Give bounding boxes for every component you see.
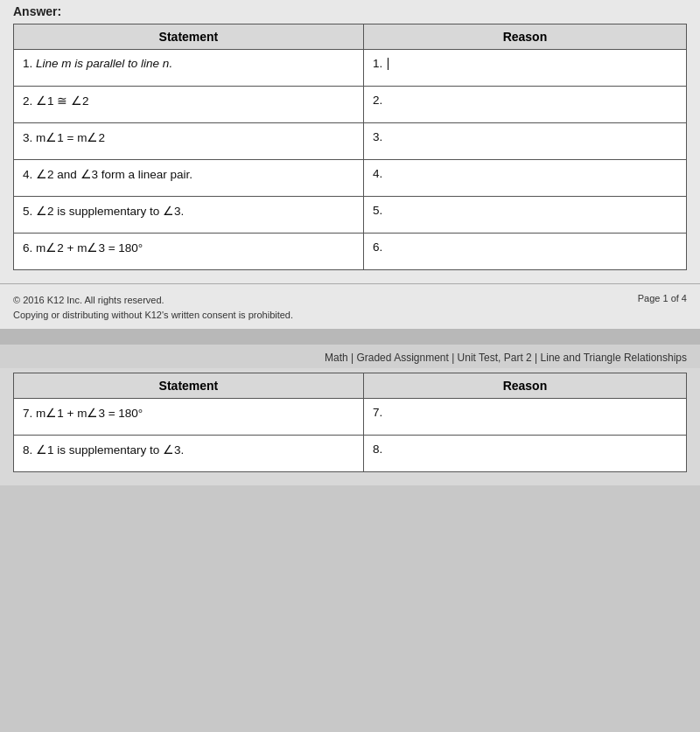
statement-cell-3: 3. m∠1 = m∠2 — [14, 123, 364, 160]
row-num: 5. ∠2 is supplementary to ∠3. — [23, 205, 184, 218]
row-num: 8. ∠1 is supplementary to ∠3. — [23, 443, 184, 457]
reason-num: 3. — [373, 130, 382, 143]
table-row: 8. ∠1 is supplementary to ∠3. 8. — [14, 436, 687, 472]
page2-header-text: Math | Graded Assignment | Unit Test, Pa… — [325, 352, 687, 364]
table-row: 7. m∠1 + m∠3 = 180° 7. — [14, 399, 687, 436]
statement-cell-8: 8. ∠1 is supplementary to ∠3. — [14, 436, 364, 472]
row-num: 7. m∠1 + m∠3 = 180° — [23, 407, 143, 420]
statement-cell-2: 2. ∠1 ≅ ∠2 — [14, 87, 364, 123]
table-row: 2. ∠1 ≅ ∠2 2. — [14, 87, 687, 123]
statement-cell-1: 1. Line m is parallel to line n. — [14, 50, 364, 87]
table-row: 4. ∠2 and ∠3 form a linear pair. 4. — [14, 160, 687, 197]
page-gap — [0, 329, 700, 345]
proof-table-2: Statement Reason 7. m∠1 + m∠3 = 180° 7. … — [13, 373, 687, 472]
footer-copyright: © 2016 K12 Inc. All rights reserved. — [13, 293, 293, 308]
row-num: 4. ∠2 and ∠3 form a linear pair. — [23, 168, 192, 181]
reason-num: 4. — [373, 167, 382, 180]
reason-cell-4: 4. — [363, 160, 686, 197]
footer-page-num: Page 1 of 4 — [638, 293, 687, 303]
reason-cell-6: 6. — [363, 234, 686, 270]
statement-text: Line m is parallel to line n. — [36, 57, 172, 70]
table-row: 3. m∠1 = m∠2 3. — [14, 123, 687, 160]
cursor-indicator — [388, 58, 388, 70]
statement-cell-4: 4. ∠2 and ∠3 form a linear pair. — [14, 160, 364, 197]
row-num: 6. m∠2 + m∠3 = 180° — [23, 241, 143, 254]
reason-num: 1. — [373, 57, 386, 70]
table-row: 6. m∠2 + m∠3 = 180° 6. — [14, 234, 687, 270]
footer-left: © 2016 K12 Inc. All rights reserved. Cop… — [13, 293, 293, 322]
reason-cell-1: 1. — [363, 50, 686, 87]
page2-header: Math | Graded Assignment | Unit Test, Pa… — [0, 345, 700, 368]
page2-section: Statement Reason 7. m∠1 + m∠3 = 180° 7. … — [0, 368, 700, 485]
page1-footer: © 2016 K12 Inc. All rights reserved. Cop… — [0, 283, 700, 329]
table-row: 5. ∠2 is supplementary to ∠3. 5. — [14, 197, 687, 234]
answer-label: Answer: — [13, 4, 687, 18]
reason-num: 7. — [373, 406, 382, 419]
page1-section: Answer: Statement Reason 1. Line m is pa… — [0, 0, 700, 283]
reason-cell-3: 3. — [363, 123, 686, 160]
row-num: 1. — [23, 57, 36, 70]
reason-num: 6. — [373, 241, 382, 254]
statement-cell-7: 7. m∠1 + m∠3 = 180° — [14, 399, 364, 436]
reason-cell-2: 2. — [363, 87, 686, 123]
col-header-reason: Reason — [363, 24, 686, 50]
table-row: 1. Line m is parallel to line n. 1. — [14, 50, 687, 87]
reason-num: 8. — [373, 443, 382, 456]
statement-cell-5: 5. ∠2 is supplementary to ∠3. — [14, 197, 364, 234]
reason-num: 5. — [373, 204, 382, 217]
col-header-reason-2: Reason — [363, 373, 686, 399]
row-num: 3. m∠1 = m∠2 — [23, 131, 105, 144]
footer-copying: Copying or distributing without K12's wr… — [13, 308, 293, 323]
row-num: 2. ∠1 ≅ ∠2 — [23, 94, 89, 108]
statement-cell-6: 6. m∠2 + m∠3 = 180° — [14, 234, 364, 270]
reason-cell-7: 7. — [363, 399, 686, 436]
reason-cell-5: 5. — [363, 197, 686, 234]
reason-cell-8: 8. — [363, 436, 686, 472]
proof-table-1: Statement Reason 1. Line m is parallel t… — [13, 24, 687, 270]
col-header-statement-2: Statement — [14, 373, 364, 399]
col-header-statement: Statement — [14, 24, 364, 50]
reason-num: 2. — [373, 94, 382, 107]
